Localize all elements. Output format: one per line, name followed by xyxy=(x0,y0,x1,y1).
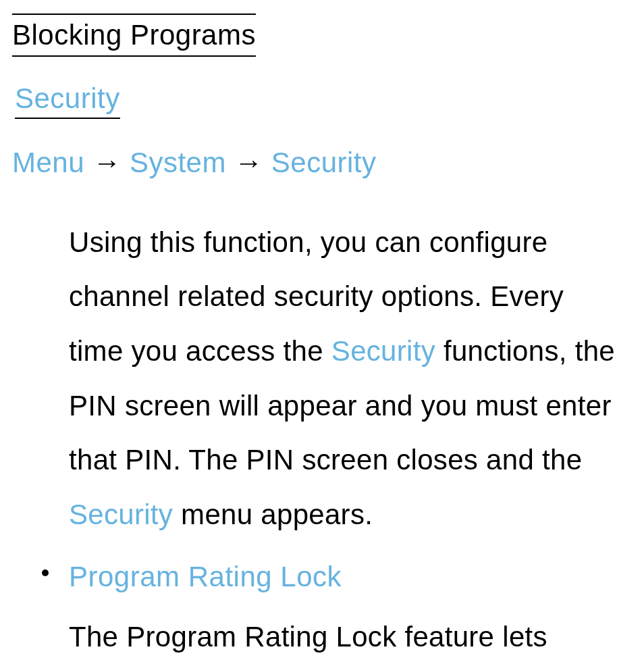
breadcrumb-system[interactable]: System xyxy=(130,147,226,178)
paragraph-text: menu appears. xyxy=(173,499,373,530)
list-section: Program Rating Lock The Program Rating L… xyxy=(12,557,632,660)
section-title-security: Security xyxy=(15,81,120,120)
description-paragraph: Using this function, you can configure c… xyxy=(69,215,625,542)
page-title: Blocking Programs xyxy=(12,14,256,57)
security-link-inline[interactable]: Security xyxy=(331,335,435,367)
bullet-icon xyxy=(42,569,49,576)
breadcrumb-security[interactable]: Security xyxy=(271,147,377,178)
security-link-inline[interactable]: Security xyxy=(69,499,173,530)
breadcrumb-separator: → xyxy=(84,147,130,178)
breadcrumb: Menu → System → Security xyxy=(12,143,632,183)
breadcrumb-menu[interactable]: Menu xyxy=(12,147,84,178)
content-area: Using this function, you can configure c… xyxy=(12,215,632,542)
list-item: Program Rating Lock The Program Rating L… xyxy=(46,557,632,660)
program-rating-lock-body: The Program Rating Lock feature lets xyxy=(69,610,632,660)
program-rating-lock-title[interactable]: Program Rating Lock xyxy=(69,557,632,597)
breadcrumb-separator: → xyxy=(226,147,271,178)
